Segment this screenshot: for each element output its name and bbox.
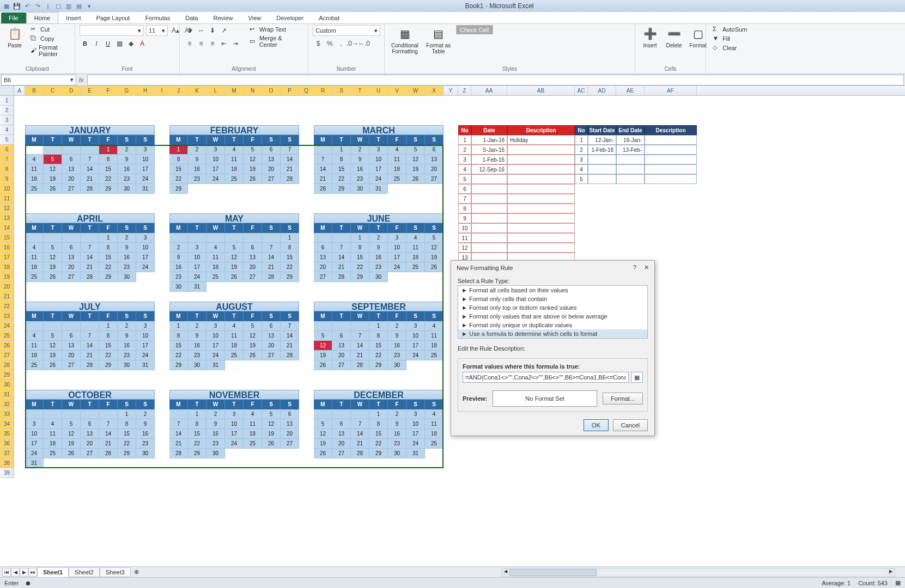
calendar-day[interactable]: 23	[118, 262, 136, 272]
calendar-day[interactable]	[225, 233, 244, 243]
calendar-day[interactable]: 28	[351, 449, 369, 458]
calendar-day[interactable]: 21	[351, 439, 369, 449]
col-header[interactable]: AC	[575, 86, 588, 95]
row-header[interactable]: 13	[0, 213, 14, 223]
calendar-day[interactable]: 9	[188, 155, 206, 164]
calendar-day[interactable]: 14	[332, 253, 351, 262]
calendar-day[interactable]: 5	[244, 145, 262, 155]
row-header[interactable]: 16	[0, 243, 14, 253]
calendar-day[interactable]: 29	[351, 272, 369, 282]
calendar-day[interactable]: 14	[99, 429, 118, 439]
red-table-cell[interactable]: 1-Feb-16	[471, 155, 507, 164]
last-sheet-icon[interactable]: ⏭	[28, 568, 37, 577]
calendar-day[interactable]: 1	[99, 233, 118, 243]
calendar-day[interactable]: 22	[99, 262, 118, 272]
calendar-day[interactable]: 21	[314, 174, 332, 184]
calendar-day[interactable]: 19	[44, 262, 62, 272]
calendar-day[interactable]: 28	[81, 272, 99, 282]
calendar-day[interactable]: 1	[169, 145, 188, 155]
calendar-day[interactable]: 9	[118, 155, 136, 164]
calendar-day[interactable]: 1	[332, 145, 351, 155]
calendar-day[interactable]: 20	[81, 439, 99, 449]
calendar-day[interactable]: 13	[81, 429, 99, 439]
col-header[interactable]: AF	[645, 86, 697, 95]
col-header[interactable]: V	[388, 86, 406, 95]
calendar-day[interactable]: 27	[244, 272, 262, 282]
sheet-tab[interactable]: Sheet2	[69, 567, 100, 577]
calendar-day[interactable]: 24	[25, 449, 44, 458]
calendar-day[interactable]	[206, 233, 225, 243]
calendar-day[interactable]: 24	[388, 262, 406, 272]
calendar-day[interactable]: 24	[136, 351, 155, 360]
calendar-day[interactable]: 7	[351, 419, 369, 429]
calendar-day[interactable]	[169, 233, 188, 243]
calendar-day[interactable]: 15	[281, 253, 299, 262]
calendar-day[interactable]: 7	[99, 419, 118, 429]
calendar-day[interactable]: 17	[136, 164, 155, 174]
sheet-tab[interactable]: Sheet1	[37, 567, 69, 577]
blue-table-cell[interactable]	[645, 164, 697, 174]
inc-decimal-icon[interactable]: .0→	[347, 38, 358, 49]
calendar-day[interactable]: 26	[244, 174, 262, 184]
calendar-day[interactable]: 14	[262, 253, 281, 262]
calendar-day[interactable]: 28	[314, 184, 332, 194]
row-header[interactable]: 9	[0, 174, 14, 184]
calendar-day[interactable]: 2	[351, 145, 369, 155]
calendar-day[interactable]	[244, 233, 262, 243]
calendar-day[interactable]: 27	[262, 174, 281, 184]
calendar-day[interactable]: 31	[136, 184, 155, 194]
calendar-day[interactable]: 25	[25, 184, 44, 194]
calendar-day[interactable]: 4	[25, 331, 44, 341]
calendar-day[interactable]: 26	[425, 262, 444, 272]
calendar-day[interactable]: 14	[281, 331, 299, 341]
calendar-day[interactable]: 3	[406, 321, 425, 331]
column-headers[interactable]: ABCDEFGHIJKLMNOPQRSTUVWXYZAAABACADAEAF	[14, 86, 905, 96]
red-table-cell[interactable]	[471, 204, 507, 213]
calendar-day[interactable]: 5	[425, 233, 444, 243]
row-header[interactable]: 2	[0, 106, 14, 115]
calendar-day[interactable]	[314, 145, 332, 155]
calendar-day[interactable]: 16	[388, 341, 406, 351]
calendar-day[interactable]: 2	[388, 409, 406, 419]
row-header[interactable]: 7	[0, 155, 14, 164]
red-table-cell[interactable]: 12	[458, 243, 471, 253]
calendar-day[interactable]: 9	[118, 243, 136, 253]
calendar-day[interactable]: 6	[425, 145, 444, 155]
calendar-day[interactable]: 28	[81, 184, 99, 194]
row-header[interactable]: 27	[0, 351, 14, 360]
calendar-day[interactable]: 8	[281, 243, 299, 253]
calendar-day[interactable]: 9	[136, 419, 155, 429]
red-table-cell[interactable]	[507, 174, 575, 184]
calendar-day[interactable]: 18	[425, 429, 444, 439]
calendar-day[interactable]: 11	[225, 331, 244, 341]
formula-input[interactable]	[463, 372, 629, 383]
calendar-day[interactable]	[351, 321, 369, 331]
calendar-day[interactable]: 18	[25, 351, 44, 360]
col-header[interactable]: P	[281, 86, 299, 95]
calendar-day[interactable]: 4	[44, 419, 62, 429]
rule-type-item[interactable]: ► Format only cells that contain	[458, 295, 647, 303]
calendar-day[interactable]	[62, 233, 81, 243]
calendar-day[interactable]: 16	[188, 341, 206, 351]
calendar-day[interactable]	[81, 321, 99, 331]
orientation-icon[interactable]: ↗	[218, 25, 229, 36]
red-table-cell[interactable]: 1	[458, 135, 471, 145]
calendar-day[interactable]: 23	[369, 262, 388, 272]
calendar-day[interactable]: 23	[388, 351, 406, 360]
row-headers[interactable]: 1234567891011121314151617181920212223242…	[0, 96, 14, 478]
calendar-day[interactable]: 9	[369, 243, 388, 253]
calendar-day[interactable]: 11	[44, 429, 62, 439]
calendar-day[interactable]: 22	[351, 262, 369, 272]
calendar-day[interactable]: 29	[99, 360, 118, 370]
calendar-day[interactable]: 20	[62, 174, 81, 184]
col-header[interactable]: H	[136, 86, 155, 95]
calendar-day[interactable]	[25, 145, 44, 155]
calendar-day[interactable]: 3	[388, 233, 406, 243]
calendar-day[interactable]: 15	[332, 164, 351, 174]
calendar-day[interactable]: 5	[44, 243, 62, 253]
calendar-day[interactable]: 22	[281, 262, 299, 272]
blue-table-cell[interactable]	[645, 174, 697, 184]
row-header[interactable]: 5	[0, 135, 14, 145]
font-name-combo[interactable]: ▾	[80, 25, 144, 36]
blue-table-cell[interactable]: 12-Jan-16	[588, 135, 616, 145]
